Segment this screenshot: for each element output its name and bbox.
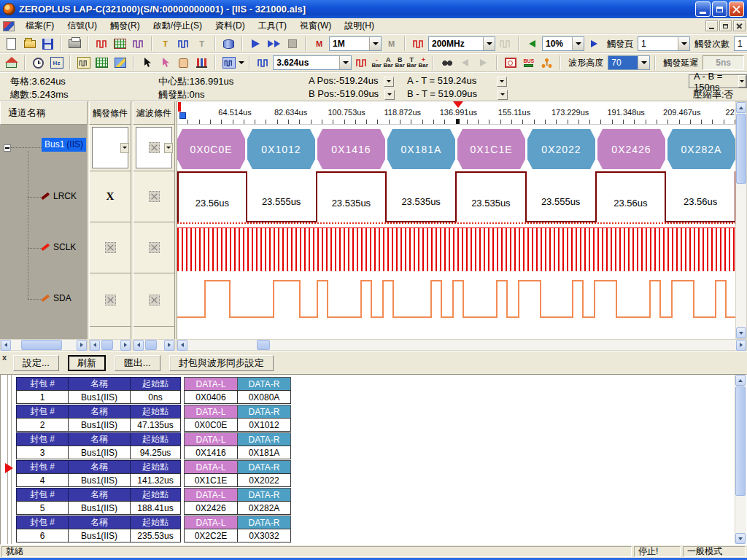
stop-icon[interactable] [284,36,301,52]
mdi-minimize-button[interactable] [705,20,718,31]
open-file-icon[interactable] [21,36,38,52]
bus-waveform-row[interactable]: 0X0C0E0X10120X14160X181A0X1C1E0X20220X24… [177,125,735,171]
zoom-scale-combo[interactable]: 3.624us [273,55,352,70]
scroll-down-icon[interactable] [736,327,746,338]
filter-h-scrollbar[interactable] [133,339,175,351]
dropdown-arrow-icon[interactable] [572,37,584,50]
navigator-icon[interactable] [112,55,128,71]
packet-sync-button[interactable]: 封包與波形同步設定 [169,355,274,371]
lrck-period-segment[interactable]: 23.535us [387,171,457,222]
bus-value-segment[interactable]: 0X181A [387,129,455,169]
menu-window[interactable]: 視窗(W) [293,18,338,34]
document-icon[interactable] [3,21,15,31]
lrck-period-segment[interactable]: 23.56us [666,171,735,222]
a-pos-dropdown-icon[interactable] [384,77,394,87]
dropdown-arrow-icon[interactable] [164,143,173,153]
wave-vertical-scrollbar[interactable] [735,101,747,339]
lrck-period-segment[interactable]: 23.535us [317,171,387,222]
a-b-dropdown-icon[interactable] [738,75,746,88]
packet-group[interactable]: 封包 #名稱起始點DATA-LDATA-R3Bus1(IIS)94.25us0X… [17,433,291,459]
goto-trigger-icon[interactable] [353,55,370,71]
trigger-property-icon[interactable] [175,36,192,52]
menu-file[interactable]: 檔案(F) [19,18,61,34]
menu-signal[interactable]: 信號(U) [61,18,104,34]
menu-run-stop[interactable]: 啟動/停止(S) [147,18,209,34]
bus-packet-icon[interactable]: BUS [520,55,537,71]
b-t-dropdown-icon[interactable] [498,90,508,100]
scroll-left-icon[interactable] [177,340,187,351]
scroll-right-icon[interactable] [736,340,746,351]
b-pos-dropdown-icon[interactable] [384,90,395,100]
scroll-right-icon[interactable] [120,340,131,351]
export-button[interactable]: 匯出... [115,355,160,371]
lrck-period-segment[interactable]: 23.535us [457,171,527,222]
mdi-close-button[interactable] [733,20,746,31]
wave-mode-dropdown-icon[interactable] [239,56,244,69]
save-file-icon[interactable] [39,36,56,52]
trigger-right-icon[interactable] [586,36,603,52]
dropdown-arrow-icon[interactable] [483,37,495,50]
bar-a-icon[interactable]: ABar [383,57,393,69]
trigger-mark-icon[interactable]: T [157,36,174,52]
minimize-button[interactable] [695,1,711,17]
signal-setup-icon[interactable] [130,36,147,52]
wave-mode-icon[interactable] [220,55,237,71]
packet-group[interactable]: 封包 #名稱起始點DATA-LDATA-R1Bus1(IIS)0ns0X0406… [17,378,291,404]
dropdown-arrow-icon[interactable] [638,56,649,69]
filter-cell-sclk[interactable] [133,222,174,273]
repeat-run-icon[interactable] [266,36,282,52]
bar-chart-icon[interactable] [193,55,210,71]
find-prev-icon[interactable] [457,55,473,71]
trigger-cell-lrck[interactable]: X [90,171,131,222]
filter-cell-sda[interactable] [133,273,174,327]
filter-cell-bus[interactable] [133,125,174,171]
bus-channel-label[interactable]: Bus1(IIS) [42,138,86,152]
scroll-thumb[interactable] [21,340,62,350]
scroll-up-icon[interactable] [736,102,746,113]
refresh-button[interactable]: 刷新 [68,355,106,371]
channel-lrck[interactable]: LRCK [41,191,77,201]
scroll-left-icon[interactable] [1,340,11,351]
trigger-page-icon[interactable]: T [193,36,210,52]
trigger-page-combo[interactable]: 1 [638,36,690,51]
trigger-delay-field[interactable]: 5ns [703,55,744,70]
memory-depth-icon[interactable]: M [311,36,328,52]
menu-help[interactable]: 說明(H) [338,18,381,34]
timing-window-icon[interactable] [502,55,519,71]
sclk-waveform-row[interactable] [177,222,735,273]
zoom-scale-icon[interactable] [255,55,271,71]
bus-value-segment[interactable]: 0X1416 [317,129,385,169]
a-t-dropdown-icon[interactable] [497,77,507,87]
trigger-h-scrollbar[interactable] [89,339,131,351]
waveform-view-icon[interactable] [75,55,92,71]
lrck-period-segment[interactable]: 23.555us [247,171,317,222]
run-icon[interactable] [247,36,264,52]
time-ruler[interactable]: 64.514us82.634us100.753us118.872us136.99… [177,101,735,125]
bar-plus-icon[interactable]: +Bar [418,57,428,69]
waveform-display[interactable]: 64.514us82.634us100.753us118.872us136.99… [177,101,735,339]
bus-value-segment[interactable]: 0X282A [667,129,735,169]
memory-page-icon[interactable]: M [383,36,400,52]
trigger-marker-icon[interactable] [453,101,463,108]
trigger-count-combo[interactable]: 1 [734,36,747,51]
tree-collapse-icon[interactable] [4,144,11,152]
settings-button[interactable]: 設定... [13,355,59,371]
trigger-cell-sda[interactable] [90,273,131,327]
bar-t-icon[interactable]: TBar [406,57,417,69]
scroll-up-icon[interactable] [735,375,746,386]
filter-cell-lrck[interactable] [133,171,174,222]
panel-splitter[interactable] [7,375,12,544]
trigger-left-icon[interactable] [524,36,541,52]
dropdown-arrow-icon[interactable] [120,143,129,153]
mdi-restore-button[interactable] [719,20,732,31]
lrck-waveform-row[interactable]: 23.56us23.555us23.535us23.535us23.535us2… [177,171,735,222]
packet-group[interactable]: 封包 #名稱起始點DATA-LDATA-R5Bus1(IIS)188.41us0… [17,489,291,515]
new-file-icon[interactable] [3,36,20,52]
home-icon[interactable] [3,55,20,71]
bus-value-segment[interactable]: 0X2022 [527,129,595,169]
scroll-down-icon[interactable] [735,533,746,544]
lrck-period-segment[interactable]: 23.56us [597,171,667,222]
dropdown-arrow-icon[interactable] [678,37,689,50]
lrck-period-segment[interactable]: 23.555us [527,171,597,222]
channel-sda[interactable]: SDA [41,293,71,303]
